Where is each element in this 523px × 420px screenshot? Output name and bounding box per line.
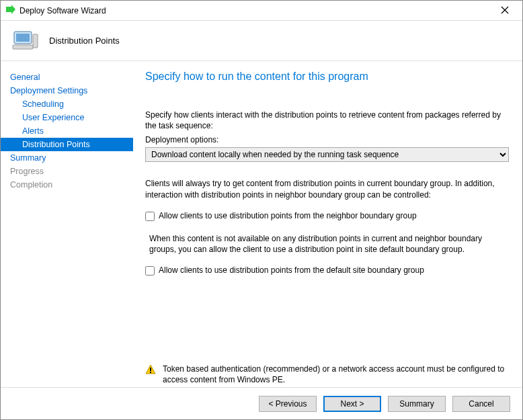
svg-rect-9 — [150, 372, 151, 373]
summary-button[interactable]: Summary — [388, 396, 446, 412]
sidebar-item-summary[interactable]: Summary — [1, 151, 133, 165]
sidebar-item-deployment-settings[interactable]: Deployment Settings — [1, 84, 133, 97]
sidebar-item-progress: Progress — [1, 165, 133, 178]
neighbor-boundary-label: Allow clients to use distribution points… — [159, 211, 417, 220]
sidebar-item-alerts[interactable]: Alerts — [1, 124, 133, 138]
svg-marker-0 — [6, 5, 15, 14]
close-button[interactable] — [491, 5, 518, 16]
titlebar: Deploy Software Wizard — [1, 1, 522, 21]
sidebar-item-user-experience[interactable]: User Experience — [1, 111, 133, 124]
previous-button[interactable]: < Previous — [259, 396, 317, 412]
next-button[interactable]: Next > — [323, 396, 381, 412]
sidebar-item-completion: Completion — [1, 178, 133, 192]
default-boundary-row[interactable]: Allow clients to use distribution points… — [145, 265, 509, 276]
warning-icon — [145, 364, 156, 375]
neighbor-boundary-checkbox[interactable] — [145, 212, 155, 221]
wizard-sidebar: GeneralDeployment SettingsSchedulingUser… — [1, 61, 133, 387]
options-label: Deployment options: — [145, 135, 509, 144]
default-boundary-checkbox[interactable] — [145, 266, 155, 276]
wizard-subtitle: Distribution Points — [49, 36, 120, 46]
fallback-text: When this content is not available on an… — [145, 233, 509, 255]
sidebar-item-scheduling[interactable]: Scheduling — [1, 97, 133, 111]
warning-row: Token based authentication (recommended)… — [145, 364, 509, 387]
wizard-body: GeneralDeployment SettingsSchedulingUser… — [1, 61, 522, 387]
page-heading: Specify how to run the content for this … — [145, 71, 509, 83]
neighbor-boundary-row[interactable]: Allow clients to use distribution points… — [145, 211, 509, 221]
cancel-button[interactable]: Cancel — [452, 396, 510, 412]
svg-rect-4 — [16, 34, 30, 42]
wizard-window: Deploy Software Wizard Distribution Poin… — [0, 0, 523, 420]
wizard-content: Specify how to run the content for this … — [133, 61, 522, 387]
window-title: Deploy Software Wizard — [19, 6, 491, 15]
computer-icon — [10, 28, 42, 54]
default-boundary-label: Allow clients to use distribution points… — [159, 265, 424, 275]
sidebar-item-general[interactable]: General — [1, 71, 133, 84]
deployment-options-select[interactable]: Download content locally when needed by … — [145, 147, 509, 162]
svg-rect-5 — [13, 45, 33, 49]
warning-text: Token based authentication (recommended)… — [163, 364, 509, 385]
svg-rect-6 — [33, 34, 38, 48]
sidebar-item-distribution-points[interactable]: Distribution Points — [1, 138, 133, 151]
intro-text: Specify how clients interact with the di… — [145, 110, 509, 131]
boundary-text: Clients will always try to get content f… — [145, 178, 509, 200]
svg-rect-8 — [150, 368, 151, 371]
wizard-header: Distribution Points — [1, 21, 522, 61]
wizard-footer: < Previous Next > Summary Cancel — [1, 387, 522, 419]
wizard-arrow-icon — [5, 4, 15, 17]
